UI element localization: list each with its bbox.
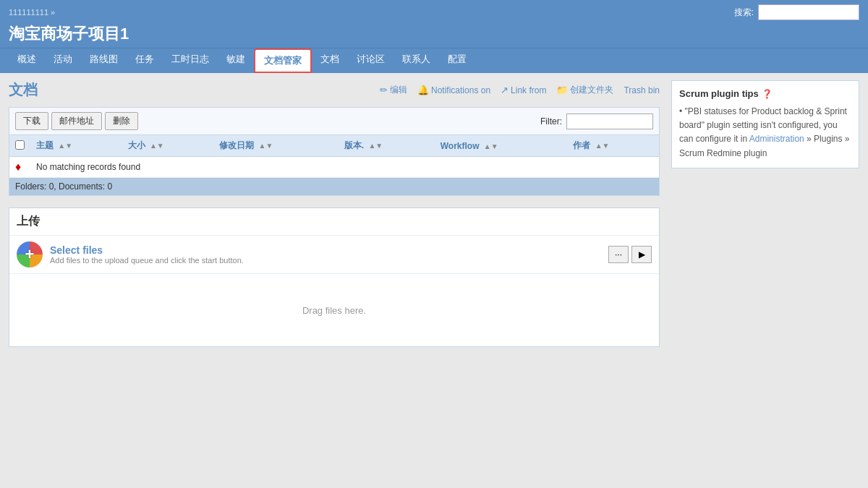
select-all-checkbox[interactable] (9, 135, 30, 157)
upload-buttons: ··· ▶ (608, 246, 652, 263)
sort-arrows-version: ▲▼ (368, 142, 383, 150)
sidebar-title-text: Scrum plugin tips (679, 88, 759, 99)
trash-label: Trash bin (624, 85, 660, 95)
upload-hint: Add files to the upload queue and click … (50, 256, 244, 265)
sort-arrows-size: ▲▼ (150, 142, 164, 150)
trash-bin-link[interactable]: Trash bin (624, 85, 660, 95)
sidebar: Scrum plugin tips ❓ • "PBI statuses for … (671, 80, 859, 347)
main-content: 文档 ✏ 编辑 🔔 Notifications on ↗ Link from 📁… (9, 80, 660, 347)
sort-arrows-author: ▲▼ (595, 142, 610, 150)
folder-info: Folders: 0, Documents: 0 (9, 178, 659, 195)
nav-item-worklog[interactable]: 工时日志 (163, 48, 218, 73)
no-records-cell: No matching records found (30, 157, 659, 178)
email-button[interactable]: 邮件地址 (51, 112, 102, 130)
sidebar-text: • "PBI statuses for Product backlog & Sp… (679, 105, 851, 160)
nav-item-forum[interactable]: 讨论区 (348, 48, 393, 73)
nav-item-dockeeper[interactable]: 文档管家 (254, 48, 312, 73)
col-date[interactable]: 修改日期 ▲▼ (213, 135, 339, 157)
select-files-link[interactable]: Select files (50, 244, 103, 256)
nav-item-roadmap[interactable]: 路线图 (81, 48, 127, 73)
sort-arrows-date: ▲▼ (259, 142, 273, 150)
page-title-row: 文档 ✏ 编辑 🔔 Notifications on ↗ Link from 📁… (9, 80, 660, 100)
download-button[interactable]: 下载 (15, 112, 48, 130)
drop-zone[interactable]: Drag files here. (9, 274, 659, 346)
toolbar: 下载 邮件地址 删除 Filter: (9, 108, 659, 135)
filter-input[interactable] (566, 114, 653, 129)
nav-item-docs[interactable]: 文档 (312, 48, 348, 73)
nav-item-contacts[interactable]: 联系人 (393, 48, 439, 73)
breadcrumb: 111111111 » (9, 8, 55, 17)
main-nav: 概述 活动 路线图 任务 工时日志 敏建 文档管家 文档 讨论区 联系人 配置 (0, 48, 868, 73)
toolbar-left: 下载 邮件地址 删除 (15, 112, 138, 130)
upload-start-button[interactable]: ▶ (631, 246, 652, 263)
upload-options-button[interactable]: ··· (608, 246, 629, 263)
create-folder-label: 创建文件夹 (570, 84, 613, 96)
drag-text: Drag files here. (302, 305, 366, 316)
upload-left: Select files Add files to the upload que… (17, 241, 244, 267)
nav-item-activity[interactable]: 活动 (45, 48, 81, 73)
folder-icon: 📁 (556, 85, 568, 95)
link-from-link[interactable]: ↗ Link from (501, 85, 546, 95)
search-area: 搜索: (734, 4, 859, 20)
content-wrapper: 文档 ✏ 编辑 🔔 Notifications on ↗ Link from 📁… (0, 73, 868, 354)
bullet: • (679, 106, 682, 116)
upload-text: Select files Add files to the upload que… (50, 244, 244, 265)
nav-item-overview[interactable]: 概述 (9, 48, 45, 73)
edit-link[interactable]: ✏ 编辑 (380, 84, 407, 96)
col-subject[interactable]: 主题 ▲▼ (30, 135, 122, 157)
nav-item-tasks[interactable]: 任务 (127, 48, 163, 73)
external-link-icon: ↗ (501, 85, 509, 95)
doc-table: 主题 ▲▼ 大小 ▲▼ 修改日期 ▲▼ 版本. (9, 135, 659, 178)
help-icon[interactable]: ❓ (762, 89, 773, 99)
header: 111111111 » 搜索: 淘宝商场子项目1 概述 活动 路线图 任务 工时… (0, 0, 868, 73)
col-size[interactable]: 大小 ▲▼ (122, 135, 214, 157)
administration-link[interactable]: Administration (749, 134, 804, 144)
project-title: 淘宝商场子项目1 (0, 22, 868, 48)
edit-label: 编辑 (390, 84, 407, 96)
create-folder-link[interactable]: 📁 创建文件夹 (556, 84, 613, 96)
page-title: 文档 (9, 80, 38, 100)
pencil-icon: ✏ (380, 85, 388, 95)
upload-title: 上传 (9, 208, 659, 236)
sidebar-box: Scrum plugin tips ❓ • "PBI statuses for … (671, 80, 859, 168)
nav-item-settings[interactable]: 配置 (439, 48, 475, 73)
delete-button[interactable]: 删除 (105, 112, 138, 130)
upload-icon[interactable] (17, 241, 43, 267)
upload-section: 上传 Select files Add files to the upload … (9, 207, 660, 347)
header-top: 111111111 » 搜索: (0, 0, 868, 22)
search-label: 搜索: (734, 7, 754, 19)
filter-label: Filter: (540, 116, 562, 127)
search-input[interactable] (758, 4, 859, 20)
col-author[interactable]: 作者 ▲▼ (567, 135, 659, 157)
link-from-label: Link from (511, 85, 546, 95)
col-version[interactable]: 版本. ▲▼ (339, 135, 435, 157)
notifications-label: Notifications on (431, 85, 490, 95)
bell-icon: 🔔 (417, 85, 429, 95)
red-dot-indicator: ♦ (15, 160, 21, 173)
sort-arrows-subject: ▲▼ (58, 142, 72, 150)
col-workflow[interactable]: Workflow ▲▼ (435, 135, 568, 157)
table-header: 主题 ▲▼ 大小 ▲▼ 修改日期 ▲▼ 版本. (9, 135, 659, 157)
row-checkbox-cell: ♦ (9, 157, 30, 178)
upload-controls: Select files Add files to the upload que… (9, 236, 659, 274)
nav-item-agile[interactable]: 敏建 (218, 48, 254, 73)
checkbox-all[interactable] (15, 140, 25, 150)
toolbar-right: Filter: (540, 114, 653, 129)
action-links: ✏ 编辑 🔔 Notifications on ↗ Link from 📁 创建… (380, 84, 660, 96)
doc-section: 下载 邮件地址 删除 Filter: 主题 (9, 107, 660, 196)
sort-arrows-workflow: ▲▼ (484, 142, 498, 150)
table-row: ♦ No matching records found (9, 157, 659, 178)
notifications-link[interactable]: 🔔 Notifications on (417, 85, 490, 95)
table-body: ♦ No matching records found (9, 157, 659, 178)
sidebar-title: Scrum plugin tips ❓ (679, 88, 851, 99)
